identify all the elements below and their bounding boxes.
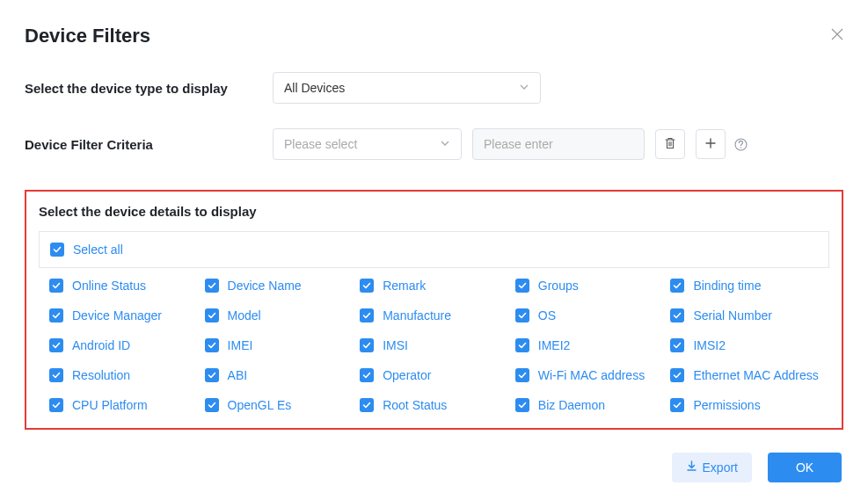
select-all-label[interactable]: Select all — [73, 243, 123, 257]
check-icon — [52, 401, 61, 409]
detail-checkbox[interactable] — [515, 368, 529, 382]
check-icon — [53, 245, 62, 254]
detail-label[interactable]: Ethernet MAC Address — [693, 368, 818, 382]
details-checkbox-grid: Online Status Device Name Remark Groups … — [39, 279, 829, 412]
detail-item: ABI — [205, 368, 354, 382]
detail-checkbox[interactable] — [205, 338, 219, 352]
plus-icon — [704, 137, 717, 152]
detail-item: Resolution — [49, 368, 198, 382]
detail-label[interactable]: IMEI2 — [538, 338, 571, 352]
detail-label[interactable]: OpenGL Es — [228, 398, 292, 412]
detail-item: OpenGL Es — [205, 398, 354, 412]
chevron-down-icon — [519, 81, 529, 95]
detail-label[interactable]: ABI — [228, 368, 248, 382]
detail-item: Serial Number — [670, 308, 819, 322]
detail-checkbox[interactable] — [670, 308, 684, 322]
detail-label[interactable]: CPU Platform — [72, 398, 148, 412]
detail-label[interactable]: IMEI — [228, 338, 253, 352]
detail-label[interactable]: Binding time — [693, 279, 761, 293]
dialog-title: Device Filters — [25, 25, 150, 47]
export-button[interactable]: Export — [672, 453, 752, 482]
export-label: Export — [703, 460, 738, 475]
detail-checkbox[interactable] — [205, 368, 219, 382]
detail-label[interactable]: IMSI — [383, 338, 408, 352]
detail-checkbox[interactable] — [670, 338, 684, 352]
detail-label[interactable]: Android ID — [72, 338, 130, 352]
detail-checkbox[interactable] — [360, 368, 374, 382]
detail-label[interactable]: Permissions — [693, 398, 760, 412]
detail-checkbox[interactable] — [49, 279, 63, 293]
detail-checkbox[interactable] — [49, 368, 63, 382]
detail-checkbox[interactable] — [515, 338, 529, 352]
criteria-label: Device Filter Criteria — [25, 137, 273, 152]
device-type-select[interactable]: All Devices — [273, 72, 541, 104]
check-icon — [673, 371, 682, 380]
delete-criteria-button[interactable] — [655, 129, 685, 159]
detail-label[interactable]: Biz Daemon — [538, 398, 605, 412]
detail-checkbox[interactable] — [360, 279, 374, 293]
detail-item: Permissions — [670, 398, 819, 412]
detail-item: IMSI — [360, 338, 508, 352]
detail-label[interactable]: Remark — [383, 279, 426, 293]
detail-item: Groups — [515, 279, 664, 293]
detail-checkbox[interactable] — [670, 279, 684, 293]
detail-checkbox[interactable] — [360, 398, 374, 412]
add-criteria-button[interactable] — [696, 129, 726, 159]
check-icon — [518, 311, 527, 320]
detail-item: Root Status — [360, 398, 508, 412]
detail-checkbox[interactable] — [360, 338, 374, 352]
detail-label[interactable]: OS — [538, 308, 556, 322]
detail-label[interactable]: IMSI2 — [693, 338, 726, 352]
select-all-checkbox[interactable] — [50, 243, 64, 257]
criteria-select[interactable]: Please select — [273, 128, 462, 160]
check-icon — [673, 311, 682, 320]
detail-label[interactable]: Groups — [538, 279, 579, 293]
check-icon — [673, 341, 682, 350]
check-icon — [208, 311, 216, 320]
detail-item: Model — [205, 308, 354, 322]
ok-button[interactable]: OK — [768, 453, 842, 482]
close-icon[interactable] — [831, 28, 843, 40]
device-type-value: All Devices — [284, 81, 345, 95]
detail-checkbox[interactable] — [205, 279, 219, 293]
detail-label[interactable]: Device Manager — [72, 308, 162, 322]
detail-item: Remark — [360, 279, 508, 293]
detail-checkbox[interactable] — [49, 308, 63, 322]
detail-label[interactable]: Online Status — [72, 279, 146, 293]
detail-checkbox[interactable] — [670, 368, 684, 382]
detail-checkbox[interactable] — [515, 398, 529, 412]
check-icon — [208, 401, 216, 409]
detail-label[interactable]: Resolution — [72, 368, 130, 382]
detail-item: Online Status — [49, 279, 198, 293]
detail-label[interactable]: Device Name — [228, 279, 302, 293]
details-label: Select the device details to display — [39, 204, 829, 219]
detail-checkbox[interactable] — [515, 308, 529, 322]
detail-item: Android ID — [49, 338, 198, 352]
check-icon — [208, 341, 216, 350]
detail-checkbox[interactable] — [360, 308, 374, 322]
detail-checkbox[interactable] — [515, 279, 529, 293]
detail-label[interactable]: Operator — [383, 368, 431, 382]
check-icon — [362, 311, 371, 320]
detail-label[interactable]: Root Status — [383, 398, 447, 412]
check-icon — [362, 281, 371, 290]
trash-icon — [664, 137, 676, 152]
detail-checkbox[interactable] — [49, 338, 63, 352]
detail-checkbox[interactable] — [205, 308, 219, 322]
check-icon — [362, 371, 371, 380]
detail-checkbox[interactable] — [670, 398, 684, 412]
check-icon — [208, 371, 216, 380]
criteria-input[interactable] — [472, 128, 645, 160]
check-icon — [673, 401, 682, 409]
check-icon — [673, 281, 682, 290]
detail-label[interactable]: Serial Number — [693, 308, 771, 322]
detail-item: Device Manager — [49, 308, 198, 322]
check-icon — [518, 401, 527, 409]
help-icon[interactable] — [734, 138, 748, 151]
detail-label[interactable]: Manufacture — [383, 308, 451, 322]
detail-label[interactable]: Wi-Fi MAC address — [538, 368, 645, 382]
detail-checkbox[interactable] — [49, 398, 63, 412]
detail-checkbox[interactable] — [205, 398, 219, 412]
detail-item: OS — [515, 308, 664, 322]
detail-label[interactable]: Model — [228, 308, 261, 322]
